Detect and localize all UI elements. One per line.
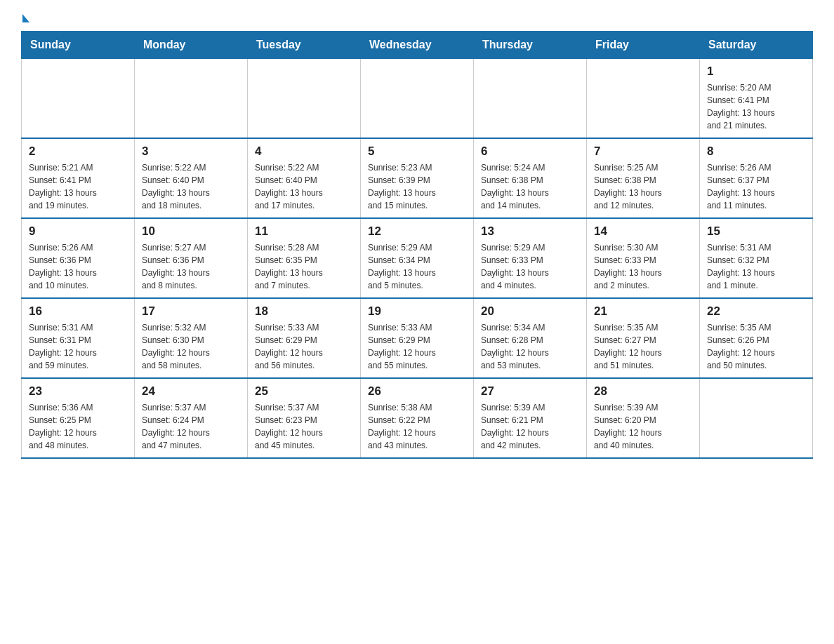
calendar-week-row: 2Sunrise: 5:21 AM Sunset: 6:41 PM Daylig… xyxy=(22,138,813,218)
day-number: 16 xyxy=(29,304,127,318)
day-info: Sunrise: 5:34 AM Sunset: 6:28 PM Dayligh… xyxy=(481,321,579,372)
calendar-cell: 4Sunrise: 5:22 AM Sunset: 6:40 PM Daylig… xyxy=(248,138,361,218)
calendar-cell: 23Sunrise: 5:36 AM Sunset: 6:25 PM Dayli… xyxy=(22,378,135,458)
calendar-cell: 3Sunrise: 5:22 AM Sunset: 6:40 PM Daylig… xyxy=(135,138,248,218)
calendar-cell: 13Sunrise: 5:29 AM Sunset: 6:33 PM Dayli… xyxy=(474,218,587,298)
day-number: 7 xyxy=(594,145,692,159)
day-number: 20 xyxy=(481,304,579,318)
day-number: 11 xyxy=(255,224,353,239)
day-number: 9 xyxy=(29,224,127,239)
calendar-cell: 24Sunrise: 5:37 AM Sunset: 6:24 PM Dayli… xyxy=(135,378,248,458)
calendar-cell: 16Sunrise: 5:31 AM Sunset: 6:31 PM Dayli… xyxy=(22,298,135,378)
weekday-header-sunday: Sunday xyxy=(22,32,135,59)
day-info: Sunrise: 5:31 AM Sunset: 6:31 PM Dayligh… xyxy=(29,321,127,372)
weekday-header-friday: Friday xyxy=(587,32,700,59)
day-number: 12 xyxy=(368,224,466,239)
day-number: 2 xyxy=(29,145,127,159)
logo-triangle-icon xyxy=(22,14,29,22)
calendar-week-row: 9Sunrise: 5:26 AM Sunset: 6:36 PM Daylig… xyxy=(22,218,813,298)
day-info: Sunrise: 5:26 AM Sunset: 6:36 PM Dayligh… xyxy=(29,241,127,292)
day-info: Sunrise: 5:22 AM Sunset: 6:40 PM Dayligh… xyxy=(142,161,240,212)
day-number: 14 xyxy=(594,224,692,239)
calendar-cell: 22Sunrise: 5:35 AM Sunset: 6:26 PM Dayli… xyxy=(700,298,813,378)
day-number: 6 xyxy=(481,145,579,159)
calendar-cell: 11Sunrise: 5:28 AM Sunset: 6:35 PM Dayli… xyxy=(248,218,361,298)
day-info: Sunrise: 5:30 AM Sunset: 6:33 PM Dayligh… xyxy=(594,241,692,292)
calendar-cell: 2Sunrise: 5:21 AM Sunset: 6:41 PM Daylig… xyxy=(22,138,135,218)
day-number: 17 xyxy=(142,304,240,318)
calendar-week-row: 23Sunrise: 5:36 AM Sunset: 6:25 PM Dayli… xyxy=(22,378,813,458)
calendar-cell: 17Sunrise: 5:32 AM Sunset: 6:30 PM Dayli… xyxy=(135,298,248,378)
calendar-cell: 27Sunrise: 5:39 AM Sunset: 6:21 PM Dayli… xyxy=(474,378,587,458)
calendar-cell xyxy=(22,59,135,139)
day-info: Sunrise: 5:25 AM Sunset: 6:38 PM Dayligh… xyxy=(594,161,692,212)
day-number: 24 xyxy=(142,384,240,398)
day-info: Sunrise: 5:26 AM Sunset: 6:37 PM Dayligh… xyxy=(707,161,805,212)
day-info: Sunrise: 5:33 AM Sunset: 6:29 PM Dayligh… xyxy=(255,321,353,372)
calendar-cell: 20Sunrise: 5:34 AM Sunset: 6:28 PM Dayli… xyxy=(474,298,587,378)
day-info: Sunrise: 5:35 AM Sunset: 6:26 PM Dayligh… xyxy=(707,321,805,372)
page-header xyxy=(21,14,813,24)
calendar-cell: 10Sunrise: 5:27 AM Sunset: 6:36 PM Dayli… xyxy=(135,218,248,298)
day-info: Sunrise: 5:36 AM Sunset: 6:25 PM Dayligh… xyxy=(29,401,127,452)
weekday-header-thursday: Thursday xyxy=(474,32,587,59)
day-info: Sunrise: 5:28 AM Sunset: 6:35 PM Dayligh… xyxy=(255,241,353,292)
calendar-header: SundayMondayTuesdayWednesdayThursdayFrid… xyxy=(22,32,813,59)
day-number: 15 xyxy=(707,224,805,239)
day-info: Sunrise: 5:32 AM Sunset: 6:30 PM Dayligh… xyxy=(142,321,240,372)
weekday-header-row: SundayMondayTuesdayWednesdayThursdayFrid… xyxy=(22,32,813,59)
day-info: Sunrise: 5:23 AM Sunset: 6:39 PM Dayligh… xyxy=(368,161,466,212)
day-number: 4 xyxy=(255,145,353,159)
calendar-cell xyxy=(587,59,700,139)
logo xyxy=(21,14,29,24)
day-number: 8 xyxy=(707,145,805,159)
calendar-cell: 26Sunrise: 5:38 AM Sunset: 6:22 PM Dayli… xyxy=(361,378,474,458)
day-number: 22 xyxy=(707,304,805,318)
day-number: 13 xyxy=(481,224,579,239)
day-number: 3 xyxy=(142,145,240,159)
calendar-cell: 12Sunrise: 5:29 AM Sunset: 6:34 PM Dayli… xyxy=(361,218,474,298)
calendar-cell: 8Sunrise: 5:26 AM Sunset: 6:37 PM Daylig… xyxy=(700,138,813,218)
calendar-cell: 7Sunrise: 5:25 AM Sunset: 6:38 PM Daylig… xyxy=(587,138,700,218)
day-info: Sunrise: 5:20 AM Sunset: 6:41 PM Dayligh… xyxy=(707,81,805,132)
day-info: Sunrise: 5:24 AM Sunset: 6:38 PM Dayligh… xyxy=(481,161,579,212)
calendar-cell xyxy=(700,378,813,458)
calendar-cell: 5Sunrise: 5:23 AM Sunset: 6:39 PM Daylig… xyxy=(361,138,474,218)
calendar-cell: 19Sunrise: 5:33 AM Sunset: 6:29 PM Dayli… xyxy=(361,298,474,378)
calendar-cell xyxy=(248,59,361,139)
day-info: Sunrise: 5:39 AM Sunset: 6:21 PM Dayligh… xyxy=(481,401,579,452)
day-number: 27 xyxy=(481,384,579,398)
day-number: 1 xyxy=(707,65,805,79)
calendar-body: 1Sunrise: 5:20 AM Sunset: 6:41 PM Daylig… xyxy=(22,59,813,459)
day-info: Sunrise: 5:33 AM Sunset: 6:29 PM Dayligh… xyxy=(368,321,466,372)
day-info: Sunrise: 5:35 AM Sunset: 6:27 PM Dayligh… xyxy=(594,321,692,372)
calendar-week-row: 16Sunrise: 5:31 AM Sunset: 6:31 PM Dayli… xyxy=(22,298,813,378)
calendar-table: SundayMondayTuesdayWednesdayThursdayFrid… xyxy=(21,31,813,459)
calendar-cell xyxy=(361,59,474,139)
calendar-cell: 25Sunrise: 5:37 AM Sunset: 6:23 PM Dayli… xyxy=(248,378,361,458)
weekday-header-tuesday: Tuesday xyxy=(248,32,361,59)
day-info: Sunrise: 5:31 AM Sunset: 6:32 PM Dayligh… xyxy=(707,241,805,292)
day-info: Sunrise: 5:37 AM Sunset: 6:23 PM Dayligh… xyxy=(255,401,353,452)
day-number: 5 xyxy=(368,145,466,159)
day-info: Sunrise: 5:21 AM Sunset: 6:41 PM Dayligh… xyxy=(29,161,127,212)
calendar-cell: 9Sunrise: 5:26 AM Sunset: 6:36 PM Daylig… xyxy=(22,218,135,298)
day-number: 25 xyxy=(255,384,353,398)
calendar-cell xyxy=(135,59,248,139)
day-info: Sunrise: 5:27 AM Sunset: 6:36 PM Dayligh… xyxy=(142,241,240,292)
day-info: Sunrise: 5:29 AM Sunset: 6:33 PM Dayligh… xyxy=(481,241,579,292)
calendar-cell: 1Sunrise: 5:20 AM Sunset: 6:41 PM Daylig… xyxy=(700,59,813,139)
day-info: Sunrise: 5:38 AM Sunset: 6:22 PM Dayligh… xyxy=(368,401,466,452)
day-info: Sunrise: 5:29 AM Sunset: 6:34 PM Dayligh… xyxy=(368,241,466,292)
day-number: 26 xyxy=(368,384,466,398)
calendar-cell: 28Sunrise: 5:39 AM Sunset: 6:20 PM Dayli… xyxy=(587,378,700,458)
day-number: 23 xyxy=(29,384,127,398)
day-number: 21 xyxy=(594,304,692,318)
calendar-cell: 18Sunrise: 5:33 AM Sunset: 6:29 PM Dayli… xyxy=(248,298,361,378)
day-number: 18 xyxy=(255,304,353,318)
day-info: Sunrise: 5:39 AM Sunset: 6:20 PM Dayligh… xyxy=(594,401,692,452)
calendar-cell: 21Sunrise: 5:35 AM Sunset: 6:27 PM Dayli… xyxy=(587,298,700,378)
day-number: 28 xyxy=(594,384,692,398)
calendar-cell: 6Sunrise: 5:24 AM Sunset: 6:38 PM Daylig… xyxy=(474,138,587,218)
weekday-header-wednesday: Wednesday xyxy=(361,32,474,59)
